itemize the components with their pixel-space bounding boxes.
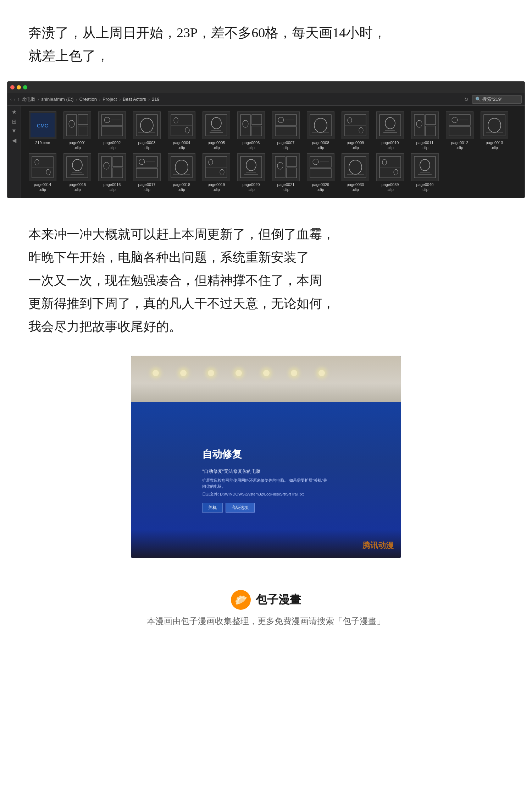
file-thumbnail — [237, 111, 265, 139]
file-item[interactable]: page0030 .clip — [339, 153, 371, 192]
svg-rect-69 — [65, 155, 89, 179]
file-name: page0007 .clip — [277, 140, 295, 150]
file-item[interactable]: page0003 .clip — [131, 111, 163, 150]
file-name: page0008 .clip — [312, 140, 329, 150]
file-item[interactable]: page0019 .clip — [200, 153, 232, 192]
file-name: page0040 .clip — [416, 182, 434, 192]
file-name: page0002 .clip — [104, 140, 121, 150]
path-creation: Creation — [79, 97, 97, 102]
address-path[interactable]: 此电脑 › shinleafmm (E:) › Creation › Proje… — [22, 96, 462, 103]
bsod-screen: 自动修复 "自动修复"无法修复你的电脑 扩展数应按您可能使用网络还原来修复你的电… — [131, 402, 401, 558]
light-6 — [291, 370, 297, 376]
file-thumbnail — [481, 111, 508, 139]
logo-text: 包子漫畫 — [256, 592, 301, 608]
file-item[interactable]: page0015 .clip — [61, 153, 93, 192]
address-bar: ‹ › ↑ 此电脑 › shinleafmm (E:) › Creation ›… — [7, 93, 525, 106]
file-explorer: ‹ › ↑ 此电脑 › shinleafmm (E:) › Creation ›… — [7, 81, 525, 198]
file-item[interactable]: page0039 .clip — [374, 153, 406, 192]
file-item[interactable]: CMC 219.cmc — [27, 111, 59, 150]
file-name: page0009 .clip — [347, 140, 364, 150]
file-item[interactable]: page0007 .clip — [270, 111, 302, 150]
footer-section: 🥟 包子漫畫 本漫画由包子漫画收集整理，更多免费漫画请搜索「包子漫畫」 — [0, 572, 532, 637]
path-pc: 此电脑 — [22, 96, 35, 103]
file-item[interactable]: page0021 .clip — [270, 153, 302, 192]
file-item[interactable]: page0018 .clip — [166, 153, 198, 192]
file-name: page0013 .clip — [486, 140, 503, 150]
explorer-body: ★ ⊞ ▼ ◀ CMC 219.cmc page0001 .clip page0… — [7, 106, 525, 198]
bsod-shutdown-btn[interactable]: 关机 — [202, 503, 223, 513]
bsod-desc2: 日志文件: D:\WINDOWS\System32\LogFiles\Srt\S… — [202, 491, 330, 497]
path-drive: shinleafmm (E:) — [41, 97, 73, 102]
file-thumbnail — [342, 111, 369, 139]
file-item[interactable]: page0006 .clip — [235, 111, 267, 150]
file-name: page0010 .clip — [382, 140, 399, 150]
file-thumbnail — [203, 111, 230, 139]
svg-rect-117 — [413, 155, 437, 179]
file-name: page0003 .clip — [138, 140, 156, 150]
up-icon[interactable]: ↑ — [17, 97, 20, 102]
file-item[interactable]: page0016 .clip — [96, 153, 128, 192]
back-icon[interactable]: ‹ — [10, 97, 12, 102]
file-item[interactable]: page0005 .clip — [200, 111, 232, 150]
path-project: Project — [102, 97, 117, 102]
sidebar-icon-3[interactable]: ▼ — [11, 128, 17, 134]
sidebar-icon-1[interactable]: ★ — [12, 109, 17, 115]
bsod-advanced-btn[interactable]: 高级选项 — [226, 503, 255, 513]
file-thumbnail — [168, 111, 195, 139]
file-item[interactable]: page0004 .clip — [166, 111, 198, 150]
light-1 — [153, 370, 159, 376]
file-thumbnail — [272, 153, 300, 181]
file-name: page0011 .clip — [416, 140, 434, 150]
file-item[interactable]: page0014 .clip — [27, 153, 59, 192]
close-btn[interactable] — [10, 85, 15, 89]
file-name: page0017 .clip — [138, 182, 156, 192]
top-text-block: 奔溃了，从上周日开始，23P，差不多60格，每天画14小时， 就差上色了， — [0, 0, 532, 78]
file-item[interactable]: page0013 .clip — [478, 111, 510, 150]
footer-description: 本漫画由包子漫画收集整理，更多免费漫画请搜索「包子漫畫」 — [147, 615, 385, 627]
file-item[interactable]: page0017 .clip — [131, 153, 163, 192]
file-item[interactable]: page0010 .clip — [374, 111, 406, 150]
file-thumbnail — [29, 153, 56, 181]
path-219: 219 — [152, 97, 160, 102]
file-thumbnail — [376, 111, 404, 139]
top-text-line1: 奔溃了，从上周日开始，23P，差不多60格，每天画14小时， — [28, 21, 504, 44]
sidebar-icon-4[interactable]: ◀ — [12, 137, 16, 144]
file-item[interactable]: page0001 .clip — [61, 111, 93, 150]
file-item[interactable]: page0040 .clip — [409, 153, 441, 192]
file-thumbnail — [237, 153, 265, 181]
file-name: page0012 .clip — [451, 140, 469, 150]
bsod-subtitle: "自动修复"无法修复你的电脑 — [202, 468, 330, 475]
file-item[interactable]: page0012 .clip — [444, 111, 476, 150]
sidebar-icon-2[interactable]: ⊞ — [12, 118, 16, 125]
file-thumbnail — [98, 153, 126, 181]
minimize-btn[interactable] — [17, 85, 21, 89]
file-name: page0029 .clip — [312, 182, 329, 192]
explorer-sidebar: ★ ⊞ ▼ ◀ — [7, 106, 21, 198]
file-grid: CMC 219.cmc page0001 .clip page0002 .cli… — [21, 106, 525, 198]
file-name: page0021 .clip — [277, 182, 295, 192]
file-item[interactable]: page0029 .clip — [305, 153, 337, 192]
light-2 — [180, 370, 187, 376]
search-input[interactable]: 🔍 搜索"219" — [472, 95, 522, 104]
file-item[interactable]: page0008 .clip — [305, 111, 337, 150]
maximize-btn[interactable] — [23, 85, 27, 89]
file-item[interactable]: page0009 .clip — [339, 111, 371, 150]
file-thumbnail — [203, 153, 230, 181]
refresh-icon[interactable]: ↻ — [464, 97, 469, 102]
file-item[interactable]: page0020 .clip — [235, 153, 267, 192]
file-item[interactable]: page0011 .clip — [409, 111, 441, 150]
bsod-content: 自动修复 "自动修复"无法修复你的电脑 扩展数应按您可能使用网络还原来修复你的电… — [181, 433, 351, 527]
middle-text-content: 本来冲一冲大概就可以赶上本周更新了，但倒了血霉， 昨晚下午开始，电脑各种出问题，… — [28, 223, 504, 338]
file-name: page0005 .clip — [208, 140, 225, 150]
bsod-buttons: 关机 高级选项 — [202, 503, 330, 513]
logo-icon: 🥟 — [231, 590, 251, 610]
file-name: page0015 .clip — [69, 182, 86, 192]
light-5 — [263, 370, 270, 376]
forward-icon[interactable]: › — [14, 97, 15, 102]
bsod-title: 自动修复 — [202, 448, 330, 461]
file-thumbnail — [98, 111, 126, 139]
file-name: page0039 .clip — [382, 182, 399, 192]
file-item[interactable]: page0002 .clip — [96, 111, 128, 150]
file-name: page0006 .clip — [243, 140, 260, 150]
room-ceiling — [131, 356, 401, 402]
